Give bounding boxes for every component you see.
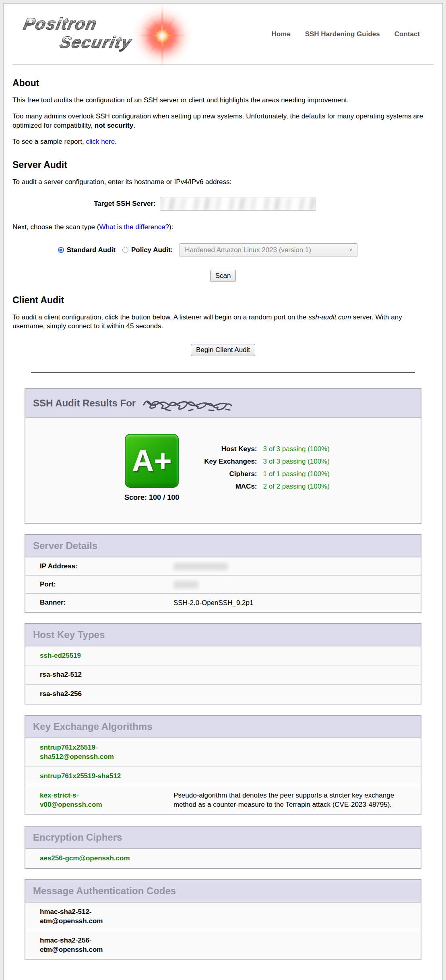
host-key-rows: ssh-ed25519 rsa-sha2-512 rsa-sha2-256 (25, 646, 421, 704)
mac-rows: hmac-sha2-512-etm@openssh.com hmac-sha2-… (25, 902, 421, 959)
about-paragraph-2: Too many admins overlook SSH configurati… (12, 112, 434, 130)
results-panel-header: SSH Audit Results For (25, 389, 421, 418)
key-exchange-panel: Key Exchange Algorithms sntrup761x25519-… (25, 715, 421, 815)
client-audit-button-row: Begin Client Audit (12, 344, 434, 356)
stat-label: MACs: (204, 483, 257, 491)
logo-text-line1: Positron (22, 15, 99, 33)
results-body: A+ Score: 100 / 100 Host Keys: 3 of 3 pa… (29, 418, 425, 523)
stat-value: 2 of 2 passing (100%) (263, 483, 330, 491)
nav-item[interactable]: SSH Hardening Guides (305, 30, 380, 38)
redacted-value-blob (173, 563, 228, 570)
policy-audit-label: Policy Audit: (131, 246, 173, 254)
stat-label: Key Exchanges: (204, 458, 257, 466)
scan-button[interactable]: Scan (210, 270, 236, 282)
server-details-panel: Server Details IP Address: Port: Banner: (25, 534, 421, 613)
algo-name: sntrup761x25519-sha512 (40, 772, 140, 781)
detail-value: SSH-2.0-OpenSSH_9.2p1 (173, 599, 253, 607)
client-audit-title: Client Audit (12, 295, 434, 306)
algo-name: sntrup761x25519-sha512@openssh.com (40, 743, 140, 762)
stat-value: 3 of 3 passing (100%) (263, 445, 330, 453)
chevron-down-icon: ˅ (349, 247, 353, 253)
site-header: Positron Security Home SSH Hardening Gui… (12, 4, 434, 65)
redacted-input-value (160, 197, 316, 210)
algo-name: hmac-sha2-256-etm@openssh.com (40, 936, 140, 955)
stat-value: 3 of 3 passing (100%) (263, 458, 330, 466)
stat-value: 1 of 1 passing (100%) (263, 470, 330, 478)
detail-label: Banner: (40, 599, 140, 607)
algo-row: hmac-sha2-256-etm@openssh.com (25, 931, 421, 959)
grade-column: A+ Score: 100 / 100 (124, 434, 179, 502)
algo-row: rsa-sha2-512 (25, 665, 421, 684)
redacted-value-blob (173, 581, 198, 588)
key-exchange-header: Key Exchange Algorithms (25, 716, 421, 738)
algo-name: hmac-sha2-512-etm@openssh.com (40, 907, 140, 926)
server-audit-intro: To audit a server configuration, enter i… (12, 178, 434, 186)
host-key-types-panel: Host Key Types ssh-ed25519 rsa-sha2-512 … (25, 623, 421, 705)
policy-select-value: Hardened Amazon Linux 2023 (version 1) (185, 246, 311, 254)
scan-type-end: ): (169, 223, 173, 231)
positron-security-logo[interactable]: Positron Security (12, 4, 202, 64)
standard-audit-radio[interactable] (58, 247, 64, 253)
about-p2-end: . (133, 122, 135, 129)
server-details-header: Server Details (25, 535, 421, 557)
client-audit-paragraph: To audit a client configuration, click t… (12, 313, 434, 331)
client-audit-domain: ssh-audit.com (308, 313, 351, 321)
about-title: About (12, 78, 434, 89)
target-server-row: Target SSH Server: (0, 197, 415, 211)
scan-type-text: Next, choose the scan type ( (12, 223, 99, 231)
algo-row: aes256-gcm@openssh.com (25, 849, 421, 868)
target-server-input[interactable] (160, 197, 316, 211)
about-p2-bold: not security (95, 122, 133, 129)
encryption-ciphers-title: Encryption Ciphers (33, 832, 122, 843)
grade-letter: A+ (132, 443, 171, 478)
ssh-audit-results-panel: SSH Audit Results For A+ Score: 100 / 10… (25, 388, 421, 524)
algo-row: sntrup761x25519-sha512@openssh.com (25, 738, 421, 767)
server-audit-title: Server Audit (12, 160, 434, 170)
algo-note: Pseudo-algorithm that denotes the peer s… (173, 791, 401, 810)
host-key-types-header: Host Key Types (25, 624, 421, 646)
detail-row: IP Address: (25, 557, 421, 575)
algo-row: sntrup761x25519-sha512 (25, 767, 421, 786)
encryption-ciphers-header: Encryption Ciphers (25, 827, 421, 849)
results-stats: Host Keys: 3 of 3 passing (100%) Key Exc… (204, 445, 330, 491)
detail-row: Port: (25, 575, 421, 593)
algo-name: aes256-gcm@openssh.com (40, 854, 140, 863)
policy-audit-radio[interactable] (122, 247, 128, 253)
algo-row: hmac-sha2-512-etm@openssh.com (25, 902, 421, 931)
sample-report-end: . (115, 138, 117, 145)
about-paragraph-1: This free tool audits the configuration … (12, 96, 434, 105)
nav-item[interactable]: Contact (394, 30, 420, 38)
macs-panel: Message Authentication Codes hmac-sha2-5… (25, 879, 421, 960)
server-details-rows: IP Address: Port: Banner: SSH-2.0-OpenSS… (25, 557, 421, 612)
begin-client-audit-button[interactable]: Begin Client Audit (191, 344, 255, 356)
algo-row: rsa-sha2-256 (25, 684, 421, 704)
detail-label: Port: (40, 580, 140, 588)
nav-item[interactable]: Home (271, 30, 290, 38)
policy-select[interactable]: Hardened Amazon Linux 2023 (version 1) ˅ (180, 243, 357, 257)
top-nav: Home SSH Hardening Guides Contact (271, 30, 420, 38)
scan-button-row: Scan (12, 270, 434, 282)
target-server-label: Target SSH Server: (94, 200, 156, 208)
scan-type-difference-link[interactable]: What is the difference? (99, 223, 169, 231)
algo-name: kex-strict-s-v00@openssh.com (40, 791, 140, 810)
grade-badge: A+ (125, 434, 179, 488)
redacted-hostname-scribble (141, 396, 237, 412)
key-exchange-title: Key Exchange Algorithms (33, 721, 153, 732)
stat-label: Host Keys: (204, 445, 257, 453)
server-details-title: Server Details (33, 540, 97, 551)
sample-report-text: To see a sample report, (12, 138, 86, 145)
detail-row: Banner: SSH-2.0-OpenSSH_9.2p1 (25, 593, 421, 612)
algo-name: rsa-sha2-256 (40, 690, 140, 699)
starburst-icon (130, 2, 194, 68)
standard-audit-label: Standard Audit (67, 246, 116, 254)
host-key-types-title: Host Key Types (33, 629, 105, 640)
about-p2-text: Too many admins overlook SSH configurati… (12, 112, 423, 129)
cipher-rows: aes256-gcm@openssh.com (25, 849, 421, 868)
encryption-ciphers-panel: Encryption Ciphers aes256-gcm@openssh.co… (25, 826, 421, 869)
about-paragraph-3: To see a sample report, click here. (12, 137, 434, 146)
sample-report-link[interactable]: click here (86, 138, 115, 145)
algo-row: ssh-ed25519 (25, 646, 421, 665)
algo-name: ssh-ed25519 (40, 651, 140, 661)
detail-label: IP Address: (40, 562, 140, 570)
results-title: SSH Audit Results For (33, 398, 136, 409)
